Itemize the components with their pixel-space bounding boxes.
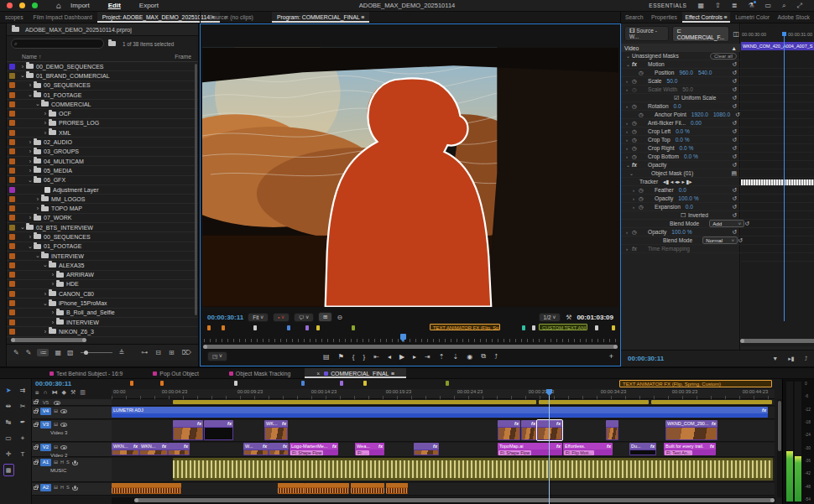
track-v2[interactable]: WKN...fx WKN...fx — [112, 443, 775, 457]
reset-param-icon[interactable]: ↺ — [732, 145, 737, 152]
effect-row[interactable]: Blend Mode Add ↺ — [621, 220, 740, 228]
reset-param-icon[interactable]: ▤ — [731, 170, 737, 177]
go-to-in-button[interactable]: ⇤ — [369, 353, 384, 361]
stopwatch-icon[interactable]: ◷ — [632, 86, 640, 93]
nest-toggle-icon[interactable]: ⧈ — [35, 389, 39, 396]
track-badge-v2[interactable]: V2 — [40, 444, 51, 451]
expand-arrow[interactable]: › — [626, 87, 632, 92]
tree-item[interactable]: › XML — [7, 128, 198, 138]
stopwatch-icon[interactable]: ◷ — [639, 70, 647, 76]
disclosure-arrow[interactable]: › — [50, 309, 56, 315]
monitor-mini-timeline[interactable] — [204, 333, 617, 342]
timeline-marker[interactable] — [234, 381, 237, 386]
mute-button[interactable]: H — [60, 460, 64, 465]
effect-row[interactable]: ☐ Inverted ↺ — [621, 211, 740, 220]
tab-menu-icon[interactable]: ≡ — [391, 371, 394, 377]
icon-view-button[interactable]: ▦ — [55, 349, 61, 356]
reset-param-icon[interactable]: ↺ — [732, 61, 737, 68]
disclosure-arrow[interactable]: › — [50, 281, 56, 287]
tree-item[interactable]: › 00_DEMO_SEQUENCES — [7, 62, 198, 71]
lift-button[interactable]: ⇡ — [435, 353, 449, 361]
effect-row[interactable]: › ◷ Scale 50.0 ↺ — [621, 77, 740, 86]
expand-arrow[interactable]: › — [626, 230, 632, 235]
timeline-tab[interactable]: × COMMERCIAL_FINAL ≡ — [305, 368, 406, 378]
label-color-chip[interactable] — [9, 320, 15, 325]
effect-row[interactable]: › ◷ Rotation 0.0 ↺ — [621, 102, 740, 111]
effect-row[interactable]: Blend Mode Normal ↺ — [621, 236, 740, 245]
add-button[interactable]: ⊞ — [318, 312, 332, 322]
tree-item[interactable]: › CANON_C80 — [7, 289, 198, 299]
label-color-chip[interactable] — [9, 234, 15, 240]
timeline-tab[interactable]: Object Mask Tracking — [213, 368, 305, 378]
mic-icon[interactable] — [74, 486, 76, 489]
track-v3[interactable]: fx fx WK...fx — [112, 420, 775, 442]
mark-out-button[interactable]: } — [359, 353, 370, 361]
label-color-chip[interactable] — [9, 177, 15, 183]
export-icon[interactable]: ⤴ — [805, 356, 808, 362]
monitor-playhead[interactable] — [400, 334, 406, 340]
tree-item[interactable]: › OCF — [7, 109, 198, 118]
expand-arrow[interactable]: › — [633, 205, 639, 210]
ec-timecode[interactable]: 00:00:30:11 — [628, 355, 664, 362]
param-value[interactable]: 0.0 % — [684, 153, 698, 159]
music-audio-clip[interactable] — [173, 458, 773, 481]
safe-margins-button[interactable]: ◳ ˅ — [207, 351, 227, 361]
reset-param-icon[interactable]: ↺ — [735, 112, 740, 118]
label-color-chip[interactable] — [9, 225, 15, 231]
label-color-chip[interactable] — [9, 187, 15, 193]
lock-icon[interactable] — [34, 423, 38, 427]
solo-button[interactable]: S — [66, 485, 70, 490]
timeline-playhead[interactable] — [549, 389, 550, 504]
disclosure-arrow[interactable]: › — [42, 120, 49, 126]
disclosure-arrow[interactable]: ⌄ — [27, 243, 34, 250]
stopwatch-icon[interactable]: ◷ — [639, 112, 647, 118]
zoom-window-button[interactable] — [32, 3, 38, 8]
delete-icon[interactable]: ⌦ — [182, 349, 191, 356]
reset-param-icon[interactable]: ↺ — [738, 237, 743, 244]
disclosure-arrow[interactable]: › — [27, 139, 34, 145]
param-value[interactable]: 960.0 — [679, 70, 693, 75]
label-color-chip[interactable] — [9, 205, 15, 211]
effect-row[interactable]: ⌄ fx Motion ↺ — [621, 60, 740, 69]
graphic-clip[interactable]: Wea...fx Fl: ... — [355, 443, 384, 455]
tree-item[interactable]: › 00_SEQUENCES — [7, 81, 198, 91]
stopwatch-icon[interactable]: ◷ — [632, 229, 640, 236]
reset-param-icon[interactable]: ↺ — [732, 95, 737, 101]
param-value[interactable]: 0.0 — [674, 103, 681, 109]
track-badge-v5[interactable]: V5 — [40, 400, 51, 406]
tree-item[interactable]: › 04_MULTICAM — [7, 157, 198, 166]
razor-tool[interactable]: ✂ — [16, 398, 30, 414]
snap-icon[interactable]: ∩ — [43, 389, 47, 396]
timeline-tab[interactable]: Pop Out Object — [137, 368, 212, 378]
lock-icon[interactable] — [34, 486, 38, 490]
ai-object-mask-tool[interactable]: ▩ — [3, 464, 14, 476]
tracker-keyframe-band[interactable] — [741, 179, 814, 185]
color-management-icon[interactable]: ⚗ — [748, 2, 754, 10]
disclosure-arrow[interactable]: ⌄ — [42, 262, 49, 268]
object-selection-tool[interactable]: ⌖ — [16, 430, 30, 446]
label-color-chip[interactable] — [9, 272, 15, 278]
param-value[interactable]: 50.0 — [682, 86, 693, 92]
stopwatch-icon[interactable]: ◷ — [632, 120, 640, 127]
mute-button[interactable]: H — [60, 485, 64, 490]
audio-clip[interactable] — [112, 483, 181, 494]
param-value[interactable]: 100.0 % — [678, 195, 698, 201]
tab-properties[interactable]: Properties — [649, 12, 680, 23]
expand-arrow[interactable]: ⌄ — [626, 61, 632, 67]
disclosure-arrow[interactable]: › — [27, 215, 34, 221]
label-color-chip[interactable] — [9, 329, 15, 335]
tree-item[interactable]: › 05_MEDIA — [7, 166, 198, 175]
tree-item[interactable]: ⌄ 01_BRAND_COMMERCIAL — [7, 71, 198, 81]
writable-indicator-icon[interactable]: ✎ — [26, 349, 32, 356]
param-value[interactable]: 0.00 — [691, 120, 702, 126]
timeline-marker[interactable] — [340, 381, 343, 386]
effect-row[interactable]: ◷ Anchor Point 1920.0 1080.0 ↺ — [621, 111, 740, 119]
expand-arrow[interactable]: › — [626, 104, 632, 109]
tree-item[interactable]: › INTERVIEW — [7, 318, 198, 327]
stopwatch-icon[interactable]: ◷ — [632, 145, 640, 152]
effect-row[interactable]: ☑ Uniform Scale ↺ — [621, 94, 740, 102]
tree-item[interactable]: › NIKON_Z6_3 — [7, 327, 198, 336]
caption-visibility-icon[interactable]: ▥ — [80, 389, 86, 396]
list-view-button[interactable]: ≔ — [37, 349, 49, 356]
stopwatch-icon[interactable]: fx — [632, 61, 640, 67]
